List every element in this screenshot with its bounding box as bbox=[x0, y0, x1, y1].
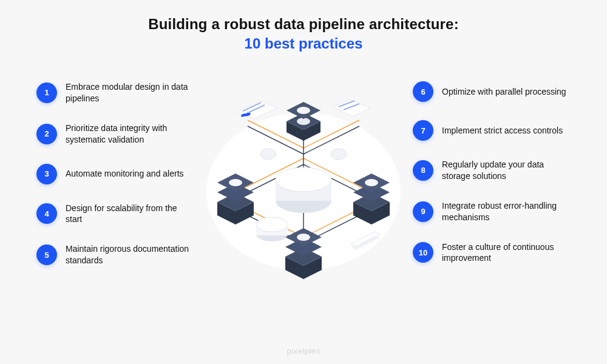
practice-item-2: 2 Prioritize data integrity with systema… bbox=[36, 123, 194, 146]
svg-point-23 bbox=[365, 179, 378, 186]
number-badge: 8 bbox=[413, 160, 433, 181]
isometric-network-icon bbox=[200, 76, 407, 283]
svg-point-24 bbox=[297, 234, 310, 241]
title-sub: 10 best practices bbox=[0, 35, 607, 52]
left-column: 1 Embrace modular design in data pipelin… bbox=[36, 70, 194, 266]
right-column: 6 Optimize with parallel processing 7 Im… bbox=[413, 70, 571, 264]
practice-text: Implement strict access controls bbox=[442, 125, 563, 136]
svg-point-19 bbox=[256, 217, 288, 232]
content: 1 Embrace modular design in data pipelin… bbox=[0, 52, 607, 283]
title-main: Building a robust data pipeline architec… bbox=[0, 16, 607, 33]
watermark: pixelplex bbox=[287, 346, 320, 356]
practice-item-10: 10 Foster a culture of continuous improv… bbox=[413, 241, 571, 265]
number-badge: 9 bbox=[413, 201, 433, 222]
practice-text: Regularly update your data storage solut… bbox=[442, 159, 571, 182]
practice-text: Design for scalability from the start bbox=[66, 203, 194, 226]
svg-point-25 bbox=[260, 149, 276, 160]
svg-point-16 bbox=[276, 167, 331, 192]
practice-item-9: 9 Integrate robust error-handling mechan… bbox=[413, 200, 571, 223]
number-badge: 2 bbox=[36, 124, 57, 144]
center-diagram bbox=[194, 70, 413, 283]
practice-item-3: 3 Automate monitoring and alerts bbox=[36, 164, 194, 184]
svg-point-26 bbox=[331, 149, 347, 160]
practice-text: Optimize with parallel processing bbox=[442, 86, 566, 98]
practice-text: Foster a culture of continuous improveme… bbox=[442, 241, 571, 265]
practice-text: Embrace modular design in data pipelines bbox=[66, 81, 194, 104]
number-badge: 1 bbox=[36, 83, 57, 103]
practice-item-6: 6 Optimize with parallel processing bbox=[413, 81, 571, 102]
practice-text: Integrate robust error-handling mechanis… bbox=[442, 200, 571, 223]
header: Building a robust data pipeline architec… bbox=[0, 0, 607, 52]
number-badge: 7 bbox=[413, 120, 433, 141]
practice-item-5: 5 Maintain rigorous documentation standa… bbox=[36, 243, 194, 266]
number-badge: 5 bbox=[36, 244, 57, 265]
number-badge: 4 bbox=[36, 203, 57, 224]
practice-text: Maintain rigorous documentation standard… bbox=[66, 243, 194, 266]
practice-item-8: 8 Regularly update your data storage sol… bbox=[413, 159, 571, 182]
practice-item-1: 1 Embrace modular design in data pipelin… bbox=[36, 81, 194, 104]
svg-point-22 bbox=[229, 179, 242, 186]
number-badge: 3 bbox=[36, 164, 57, 184]
number-badge: 10 bbox=[413, 242, 433, 263]
practice-text: Automate monitoring and alerts bbox=[66, 168, 184, 180]
practice-item-7: 7 Implement strict access controls bbox=[413, 120, 571, 141]
number-badge: 6 bbox=[413, 81, 433, 102]
svg-point-21 bbox=[297, 107, 310, 114]
practice-item-4: 4 Design for scalability from the start bbox=[36, 203, 194, 226]
practice-text: Prioritize data integrity with systemati… bbox=[66, 123, 194, 146]
